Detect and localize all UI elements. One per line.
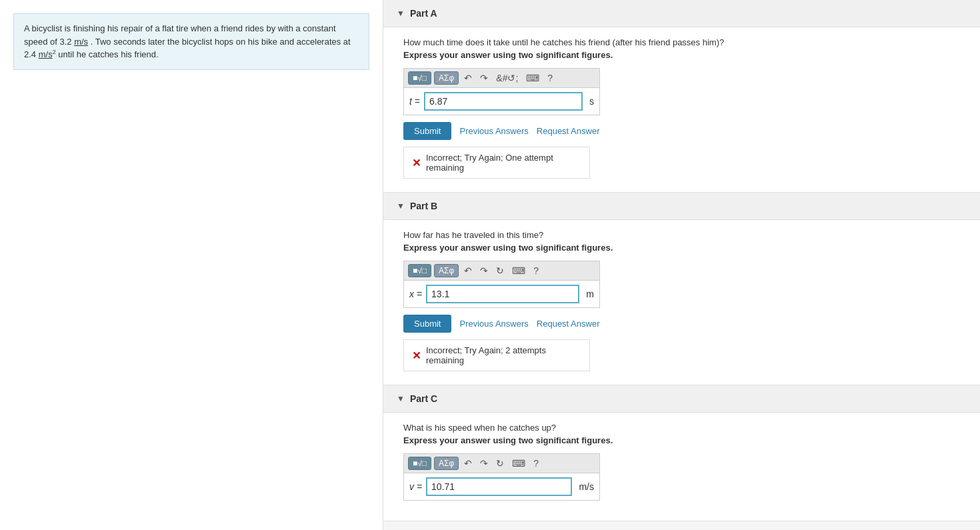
part-b-undo-btn[interactable]: ↶ [461, 264, 475, 277]
part-a-section: ▼ Part A How much time does it take unti… [383, 0, 980, 193]
part-c-toolbar: ■√□ AΣφ ↶ ↷ ↻ ⌨ ? [404, 454, 599, 473]
part-a-refresh-btn[interactable]: &#↺; [493, 71, 521, 85]
part-a-question: How much time does it take until he catc… [403, 37, 960, 47]
part-b-section: ▼ Part B How far has he traveled in this… [383, 193, 980, 385]
part-a-var-label: t = [409, 96, 420, 107]
part-a-request-answer-link[interactable]: Request Answer [537, 126, 600, 136]
part-b-sig-fig: Express your answer using two significan… [403, 243, 960, 253]
part-b-var-label: x = [409, 289, 422, 299]
part-a-content: How much time does it take until he catc… [383, 27, 980, 192]
part-c-section: ▼ Part C What is his speed when he catch… [383, 385, 980, 521]
part-b-feedback: ✕ Incorrect; Try Again; 2 attempts remai… [403, 339, 590, 371]
part-a-help-btn[interactable]: ? [545, 71, 555, 85]
part-a-previous-answers-link[interactable]: Previous Answers [459, 126, 528, 136]
problem-text: A bicyclist is finishing his repair of a… [24, 23, 351, 59]
part-b-request-answer-link[interactable]: Request Answer [537, 319, 600, 329]
part-b-unit: m [586, 289, 594, 299]
part-b-header[interactable]: ▼ Part B [383, 193, 980, 220]
part-a-input-area: ■√□ AΣφ ↶ ↷ &#↺; ⌨ ? t = s [403, 68, 600, 115]
part-a-math-btn2[interactable]: AΣφ [434, 71, 459, 85]
part-c-keyboard-btn[interactable]: ⌨ [509, 457, 528, 470]
part-a-text-input[interactable] [424, 92, 583, 111]
part-a-header[interactable]: ▼ Part A [383, 0, 980, 27]
part-a-chevron: ▼ [397, 9, 405, 18]
part-c-chevron: ▼ [397, 394, 405, 403]
part-a-input-row: t = s [404, 88, 599, 115]
part-c-unit: m/s [579, 481, 594, 492]
part-c-input-row: v = m/s [404, 473, 599, 500]
part-b-feedback-text: Incorrect; Try Again; 2 attempts remaini… [426, 345, 581, 365]
part-a-title: Part A [410, 8, 437, 19]
part-c-title: Part C [410, 393, 437, 404]
part-b-submit-row: Submit Previous Answers Request Answer [403, 315, 960, 333]
part-b-keyboard-btn[interactable]: ⌨ [509, 264, 528, 277]
problem-box: A bicyclist is finishing his repair of a… [13, 13, 369, 70]
part-c-refresh-btn[interactable]: ↻ [493, 457, 507, 470]
part-b-content: How far has he traveled in this time? Ex… [383, 220, 980, 385]
part-a-redo-btn[interactable]: ↷ [477, 71, 491, 85]
part-b-chevron: ▼ [397, 201, 405, 211]
part-a-sig-fig: Express your answer using two significan… [403, 50, 960, 60]
part-a-unit: s [589, 96, 594, 107]
part-c-question: What is his speed when he catches up? [403, 423, 960, 433]
part-c-help-btn[interactable]: ? [531, 457, 541, 470]
part-b-math-btn2[interactable]: AΣφ [434, 264, 459, 277]
part-a-math-btn1[interactable]: ■√□ [408, 71, 431, 85]
part-b-submit-btn[interactable]: Submit [403, 315, 451, 333]
part-c-math-btn1[interactable]: ■√□ [408, 457, 431, 470]
part-a-submit-row: Submit Previous Answers Request Answer [403, 122, 960, 140]
part-b-refresh-btn[interactable]: ↻ [493, 264, 507, 277]
part-b-help-btn[interactable]: ? [531, 264, 541, 277]
part-b-text-input[interactable] [426, 285, 579, 303]
part-c-sig-fig: Express your answer using two significan… [403, 435, 960, 445]
part-b-math-btn1[interactable]: ■√□ [408, 264, 431, 277]
part-b-toolbar: ■√□ AΣφ ↶ ↷ ↻ ⌨ ? [404, 261, 599, 281]
part-c-redo-btn[interactable]: ↷ [477, 457, 491, 470]
part-c-var-label: v = [409, 481, 422, 492]
part-c-text-input[interactable] [426, 477, 572, 496]
part-c-header[interactable]: ▼ Part C [383, 385, 980, 413]
part-c-input-area: ■√□ AΣφ ↶ ↷ ↻ ⌨ ? v = m/s [403, 453, 600, 501]
part-a-feedback-text: Incorrect; Try Again; One attempt remain… [426, 153, 581, 173]
part-b-input-row: x = m [404, 281, 599, 307]
part-c-undo-btn[interactable]: ↶ [461, 457, 475, 470]
part-b-previous-answers-link[interactable]: Previous Answers [459, 319, 528, 329]
part-b-question: How far has he traveled in this time? [403, 230, 960, 240]
left-panel: A bicyclist is finishing his repair of a… [0, 0, 383, 530]
part-a-toolbar: ■√□ AΣφ ↶ ↷ &#↺; ⌨ ? [404, 69, 599, 88]
part-a-feedback-icon: ✕ [412, 157, 421, 169]
part-b-title: Part B [410, 201, 437, 211]
part-c-content: What is his speed when he catches up? Ex… [383, 413, 980, 521]
part-b-input-area: ■√□ AΣφ ↶ ↷ ↻ ⌨ ? x = m [403, 261, 600, 308]
part-b-redo-btn[interactable]: ↷ [477, 264, 491, 277]
part-c-math-btn2[interactable]: AΣφ [434, 457, 459, 470]
part-a-feedback: ✕ Incorrect; Try Again; One attempt rema… [403, 147, 590, 179]
part-a-keyboard-btn[interactable]: ⌨ [523, 71, 542, 85]
part-a-submit-btn[interactable]: Submit [403, 122, 451, 140]
part-a-undo-btn[interactable]: ↶ [461, 71, 475, 85]
right-panel: ▼ Part A How much time does it take unti… [383, 0, 980, 530]
part-b-feedback-icon: ✕ [412, 349, 421, 362]
